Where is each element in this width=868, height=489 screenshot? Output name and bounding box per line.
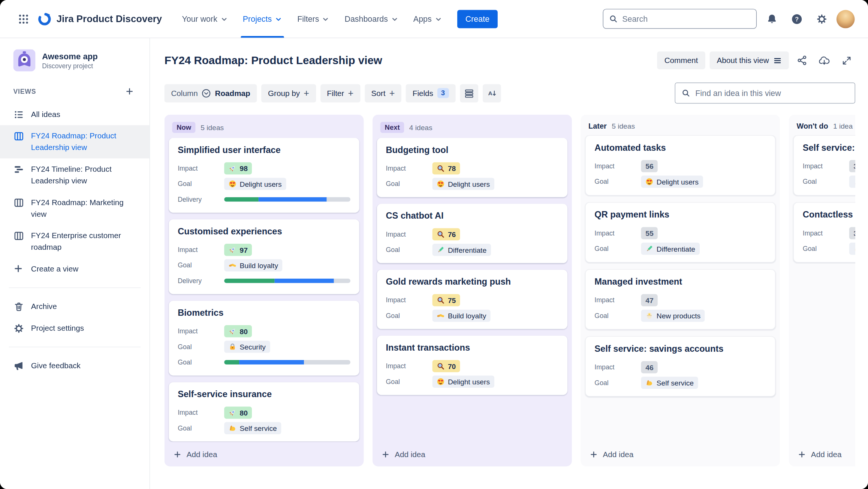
add-idea-button[interactable]: Add idea: [373, 442, 572, 466]
find-idea-search[interactable]: [675, 82, 856, 104]
sidebar-view-fy24-enterprise-customer-roadmap[interactable]: FY24 Enterprise customer roadmap: [0, 225, 150, 258]
idea-title: Contactless: [803, 210, 855, 220]
field-row: Impact75: [386, 292, 558, 308]
chevron-down-icon: [275, 16, 282, 23]
global-search[interactable]: [603, 9, 757, 29]
add-view-button[interactable]: [123, 85, 136, 98]
impact-badge: 70: [433, 360, 461, 372]
idea-card-automated-tasks[interactable]: Automated tasksImpact56GoalDelight users: [585, 135, 775, 195]
chevron-down-icon: [391, 16, 398, 23]
field-row: GoalDelight users: [386, 374, 558, 389]
main-content: FY24 Roadmap: Product Leadership view Co…: [150, 38, 868, 489]
sidebar-view-all-ideas[interactable]: All ideas: [0, 104, 150, 125]
sidebar-view-fy24-roadmap-product-leadership-view[interactable]: FY24 Roadmap: Product Leadership view: [0, 125, 150, 159]
help-button[interactable]: ?: [787, 9, 807, 29]
column-header: Later5 ideas: [581, 115, 780, 135]
field-row: GoalSelf service: [594, 375, 766, 390]
give-feedback-button[interactable]: Give feedback: [0, 355, 150, 377]
idea-card-cs-chatbot-ai[interactable]: CS chatbot AIImpact76GoalDifferentiate: [377, 204, 567, 263]
sort-az-button[interactable]: A: [482, 84, 501, 102]
primary-nav: Your workProjectsFiltersDashboardsApps: [174, 0, 449, 38]
badge-text: 75: [448, 296, 456, 304]
field-label: Goal: [386, 180, 432, 188]
add-idea-button[interactable]: Add idea: [789, 442, 855, 466]
nav-item-your-work[interactable]: Your work: [174, 0, 235, 38]
badge-text: 47: [645, 296, 653, 304]
view-toolbar: Column Roadmap Group by + Filter + Sort …: [165, 82, 855, 104]
create-button[interactable]: Create: [457, 10, 498, 28]
group-by-button[interactable]: Group by +: [261, 84, 316, 102]
find-idea-input[interactable]: [695, 88, 849, 98]
magnifier-icon: [437, 296, 444, 304]
notifications-button[interactable]: [762, 9, 781, 29]
field-label: Impact: [386, 165, 432, 172]
idea-card-self-service[interactable]: Self service:Impact36Goal: [793, 135, 855, 195]
field-label: Goal: [178, 180, 224, 188]
nav-item-dashboards[interactable]: Dashboards: [337, 0, 406, 38]
column-cards: Budgeting toolImpact78GoalDelight usersC…: [373, 138, 572, 442]
nav-item-label: Apps: [413, 14, 432, 23]
heart-eyes-icon: [437, 378, 444, 386]
about-this-view-button[interactable]: About this view: [709, 51, 789, 69]
nav-item-label: Filters: [297, 14, 319, 23]
idea-card-simplified-user-interface[interactable]: Simplified user interfaceImpact98GoalDel…: [169, 138, 359, 213]
idea-card-instant-transactions[interactable]: Instant transactionsImpact70GoalDelight …: [377, 336, 567, 395]
nav-item-projects[interactable]: Projects: [235, 0, 289, 38]
nav-item-label: Dashboards: [344, 14, 388, 23]
project-header[interactable]: Awesome app Discovery project: [0, 49, 150, 71]
sort-button[interactable]: Sort +: [365, 84, 401, 102]
idea-title: CS chatbot AI: [386, 211, 558, 221]
settings-button[interactable]: [811, 9, 831, 29]
idea-card-qr-payment-links[interactable]: QR payment linksImpact55GoalDifferentiat…: [585, 202, 775, 262]
share-button[interactable]: [793, 51, 811, 69]
idea-card-contactless[interactable]: ContactlessImpact30Goal: [793, 202, 855, 262]
svg-text:?: ?: [795, 15, 798, 22]
sidebar-view-fy24-timeline-product-leadership-view[interactable]: FY24 Timeline: Product Leadership view: [0, 158, 150, 192]
comment-button[interactable]: Comment: [657, 51, 705, 69]
idea-card-biometrics[interactable]: BiometricsImpact80GoalSecurityGoal: [169, 301, 359, 375]
product-logo[interactable]: Jira Product Discovery: [37, 12, 162, 26]
field-label: Impact: [178, 327, 224, 335]
nav-item-filters[interactable]: Filters: [289, 0, 337, 38]
row-density-button[interactable]: [460, 84, 478, 102]
filter-label: Filter: [327, 88, 344, 98]
idea-card-customised-experiences[interactable]: Customised experiencesImpact97GoalBuild …: [169, 219, 359, 294]
field-row: GoalSelf service: [178, 420, 350, 436]
idea-card-managed-investment[interactable]: Managed investmentImpact47GoalNew produc…: [585, 269, 775, 330]
badge-text: Self service: [240, 424, 277, 432]
view-item-label: FY24 Roadmap: Marketing view: [31, 196, 136, 220]
project-text: Awesome app Discovery project: [42, 51, 98, 70]
idea-card-gold-rewards-marketing-push[interactable]: Gold rewards marketing pushImpact75GoalB…: [377, 270, 567, 329]
chevron-down-circle-icon: [202, 88, 211, 98]
views-section-header: VIEWS: [0, 85, 150, 98]
idea-card-self-service-savings-accounts[interactable]: Self service: savings accountsImpact46Go…: [585, 336, 775, 397]
idea-card-self-service-insurance[interactable]: Self-service insuranceImpact80GoalSelf s…: [169, 382, 359, 441]
field-label: Delivery: [178, 195, 224, 203]
delivery-progress-bar: [224, 197, 350, 202]
app-switcher-button[interactable]: [13, 9, 33, 29]
page-title: FY24 Roadmap: Product Leadership view: [165, 54, 382, 67]
nav-item-apps[interactable]: Apps: [406, 0, 449, 38]
impact-badge: 78: [433, 162, 461, 174]
jira-logo-icon: [37, 12, 51, 26]
badge-text: 30: [854, 229, 855, 237]
field-label: Goal: [386, 246, 432, 254]
add-idea-button[interactable]: Add idea: [581, 442, 780, 466]
user-avatar[interactable]: [837, 10, 855, 28]
filter-button[interactable]: Filter +: [320, 84, 360, 102]
badge-text: Delight users: [240, 180, 282, 188]
idea-card-budgeting-tool[interactable]: Budgeting toolImpact78GoalDelight users: [377, 138, 567, 197]
fullscreen-button[interactable]: [838, 51, 855, 69]
sidebar-view-fy24-roadmap-marketing-view[interactable]: FY24 Roadmap: Marketing view: [0, 192, 150, 225]
plus-icon: [125, 87, 134, 96]
add-idea-button[interactable]: Add idea: [165, 442, 364, 466]
fields-button[interactable]: Fields 3: [406, 84, 455, 102]
create-view-button[interactable]: Create a view: [0, 258, 150, 280]
sidebar-item-project-settings[interactable]: Project settings: [0, 317, 150, 339]
impact-badge: 55: [641, 227, 658, 239]
sidebar-item-archive[interactable]: Archive: [0, 296, 150, 318]
global-search-input[interactable]: [622, 14, 751, 23]
goal-badge: Delight users: [433, 178, 494, 190]
publish-button[interactable]: [816, 51, 833, 69]
column-setting-button[interactable]: Column Roadmap: [165, 84, 257, 102]
